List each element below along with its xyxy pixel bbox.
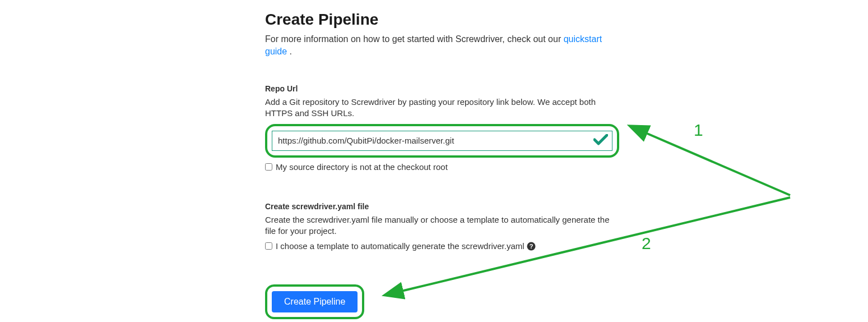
repo-input-wrapper — [272, 131, 612, 151]
template-checkbox-row[interactable]: I choose a template to automatically gen… — [265, 241, 619, 251]
source-dir-checkbox-label: My source directory is not at the checko… — [276, 162, 448, 172]
yaml-section-description: Create the screwdriver.yaml file manuall… — [265, 214, 619, 237]
source-dir-checkbox[interactable] — [265, 163, 272, 171]
annotation-number-2: 2 — [642, 234, 651, 253]
yaml-section-label: Create screwdriver.yaml file — [265, 202, 619, 211]
create-pipeline-form: Create Pipeline For more information on … — [265, 11, 619, 319]
svg-line-3 — [643, 132, 790, 195]
create-pipeline-button[interactable]: Create Pipeline — [272, 291, 358, 312]
svg-text:?: ? — [529, 243, 533, 250]
repo-url-label: Repo Url — [265, 84, 619, 93]
page-title: Create Pipeline — [265, 11, 619, 29]
checkmark-icon — [593, 134, 608, 148]
source-dir-checkbox-row[interactable]: My source directory is not at the checko… — [265, 162, 619, 172]
intro-suffix: . — [287, 47, 292, 56]
create-button-highlight: Create Pipeline — [265, 284, 364, 319]
repo-url-description: Add a Git repository to Screwdriver by p… — [265, 96, 619, 119]
repo-input-highlight — [265, 124, 619, 158]
help-icon[interactable]: ? — [527, 242, 536, 251]
intro-text: For more information on how to get start… — [265, 33, 619, 57]
repo-url-input[interactable] — [272, 131, 612, 151]
template-checkbox-label: I choose a template to automatically gen… — [276, 241, 524, 251]
template-checkbox[interactable] — [265, 242, 272, 250]
annotation-number-1: 1 — [694, 121, 703, 140]
intro-prefix: For more information on how to get start… — [265, 34, 564, 44]
